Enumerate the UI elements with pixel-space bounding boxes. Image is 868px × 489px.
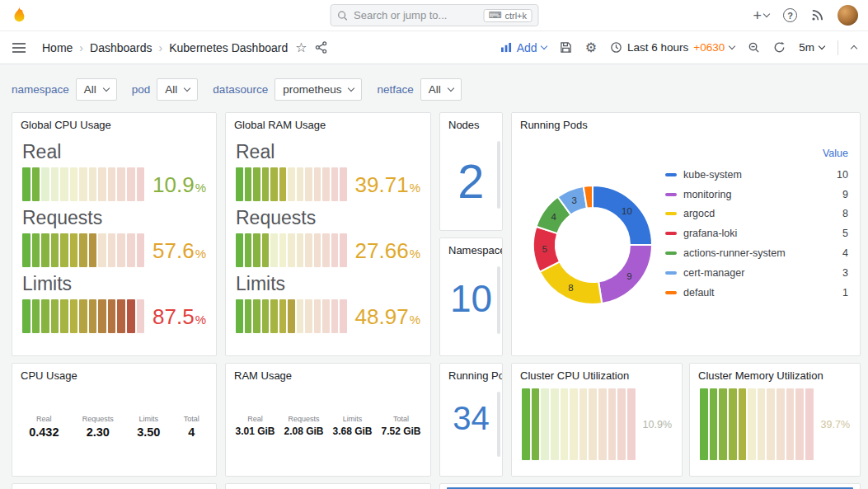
- gauge-cell: [60, 167, 68, 201]
- share-button[interactable]: [315, 41, 327, 54]
- legend-value-header[interactable]: Value: [665, 148, 848, 159]
- panel-scrollbar[interactable]: [497, 392, 500, 457]
- refresh-interval-picker[interactable]: 5m: [799, 41, 824, 54]
- stat-real: Real0.432: [29, 415, 59, 439]
- panel-global-cpu-usage: Global CPU Usage Real 10.9% Requests 57.…: [12, 112, 217, 356]
- gauge-cell: [617, 388, 626, 460]
- gauge-cell: [236, 167, 243, 201]
- add-label: Add: [517, 41, 537, 54]
- panel-running-pods: Running Pods 1098543 Value kube-system10…: [511, 112, 861, 356]
- donut-legend: Value kube-system10monitoring9argocd8gra…: [665, 148, 848, 303]
- gauge-value: 39.7%: [821, 419, 850, 430]
- legend-item-actions-runner-system[interactable]: actions-runner-system4: [665, 243, 848, 263]
- legend-item-kube-system[interactable]: kube-system10: [665, 165, 848, 185]
- donut-slice-monitoring[interactable]: [598, 245, 652, 303]
- gauge-cell: [729, 388, 737, 460]
- save-icon: [560, 41, 572, 54]
- panel-title[interactable]: Running Pods: [512, 113, 860, 131]
- new-menu-button[interactable]: +: [753, 8, 769, 23]
- series-name[interactable]: grafana-loki: [683, 228, 737, 239]
- series-name[interactable]: cert-manager: [683, 267, 744, 279]
- panel-title[interactable]: RAM Usage: [226, 364, 430, 382]
- panel-scrollbar[interactable]: [497, 266, 500, 334]
- panel-title[interactable]: Running Pods: [440, 364, 502, 382]
- stat-total: Total7.52 GiB: [381, 415, 420, 437]
- gauge-cell: [541, 388, 549, 460]
- time-range-picker[interactable]: Last 6 hours +0630: [610, 41, 734, 54]
- panel-title[interactable]: Namespaces: [440, 238, 502, 256]
- gauge-cell: [60, 299, 68, 333]
- series-name[interactable]: actions-runner-system: [683, 247, 786, 259]
- gauge-cell: [322, 299, 330, 333]
- search-input[interactable]: Search or jump to... ⌨ ctrl+k: [330, 4, 538, 26]
- legend-item-cert-manager[interactable]: cert-manager3: [665, 263, 848, 283]
- shortcut-text: ctrl+k: [504, 11, 527, 21]
- collapse-toolbar-button[interactable]: [852, 44, 856, 51]
- gauge-cell: [758, 388, 766, 460]
- plus-icon: +: [753, 8, 762, 23]
- zoom-out-button[interactable]: [748, 41, 760, 54]
- lcd-bar-gauge: [22, 167, 144, 201]
- grafana-logo[interactable]: [10, 5, 28, 26]
- breadcrumb-home[interactable]: Home: [42, 41, 73, 54]
- breadcrumb-separator: ›: [159, 41, 163, 54]
- gauge-cell: [314, 299, 321, 333]
- datasource-select[interactable]: prometheus: [274, 78, 362, 101]
- panel-scrollbar[interactable]: [497, 141, 500, 209]
- series-value: 9: [842, 189, 848, 200]
- chevron-down-icon: [184, 85, 190, 92]
- stat-requests: Requests2.30: [82, 415, 114, 439]
- rss-icon: [811, 9, 823, 21]
- netface-select[interactable]: All: [420, 78, 462, 101]
- gauge-cell: [719, 388, 727, 460]
- gauge-cell: [279, 167, 287, 201]
- news-button[interactable]: [811, 9, 823, 21]
- panel-title[interactable]: Nodes: [440, 113, 502, 131]
- lcd-bar-gauge: [236, 167, 347, 201]
- gauge-cell: [748, 388, 756, 460]
- legend-item-default[interactable]: default1: [665, 283, 848, 303]
- pod-select[interactable]: All: [157, 78, 198, 101]
- help-button[interactable]: ?: [783, 8, 797, 22]
- panel-title[interactable]: Global RAM Usage: [226, 113, 430, 131]
- series-value: 3: [842, 267, 848, 279]
- add-panel-icon: [500, 42, 513, 53]
- namespace-select[interactable]: All: [76, 78, 117, 101]
- save-dashboard-button[interactable]: [560, 41, 572, 54]
- legend-item-grafana-loki[interactable]: grafana-loki5: [665, 223, 848, 243]
- add-panel-button[interactable]: Add: [500, 41, 547, 54]
- template-variables-row: namespace All pod All datasource prometh…: [0, 64, 868, 101]
- series-name[interactable]: monitoring: [683, 189, 731, 200]
- series-name[interactable]: argocd: [683, 208, 715, 219]
- breadcrumb-dashboards[interactable]: Dashboards: [90, 41, 152, 54]
- gauge-value: 10.9%: [643, 419, 672, 430]
- variable-label: namespace: [12, 83, 69, 96]
- dashboard-settings-button[interactable]: ⚙: [585, 41, 597, 54]
- gauge-cell: [245, 299, 252, 333]
- gauge-cell: [22, 299, 30, 333]
- gauge-cell: [305, 299, 312, 333]
- gauge-cell: [579, 388, 588, 460]
- legend-item-monitoring[interactable]: monitoring9: [665, 185, 848, 205]
- gauge-cell: [32, 233, 40, 267]
- panel-title[interactable]: Cluster Memory Utilization: [690, 364, 860, 382]
- user-avatar[interactable]: [838, 5, 858, 26]
- legend-item-argocd[interactable]: argocd8: [665, 205, 848, 224]
- mega-menu-button[interactable]: [12, 42, 26, 54]
- selected-value: All: [429, 83, 441, 96]
- variable-datasource: datasource prometheus: [213, 78, 362, 101]
- panel-cluster-cpu-utilization: Cluster CPU Utilization 10.9%: [511, 363, 683, 477]
- breadcrumb-separator: ›: [79, 41, 83, 54]
- refresh-button[interactable]: [773, 41, 786, 54]
- lcd-bar-gauge: [522, 388, 636, 460]
- panel-title[interactable]: CPU Usage: [12, 364, 216, 382]
- gauge-cell: [41, 167, 49, 201]
- series-color-swatch: [665, 212, 677, 215]
- series-name[interactable]: default: [683, 287, 715, 299]
- panel-title[interactable]: Cluster CPU Utilization: [512, 364, 682, 382]
- series-value: 5: [842, 228, 848, 239]
- favorite-button[interactable]: ☆: [295, 41, 307, 54]
- panel-cpu-usage: CPU Usage Real0.432Requests2.30Limits3.5…: [12, 363, 217, 477]
- panel-title[interactable]: Global CPU Usage: [12, 113, 216, 131]
- series-name[interactable]: kube-system: [683, 169, 742, 181]
